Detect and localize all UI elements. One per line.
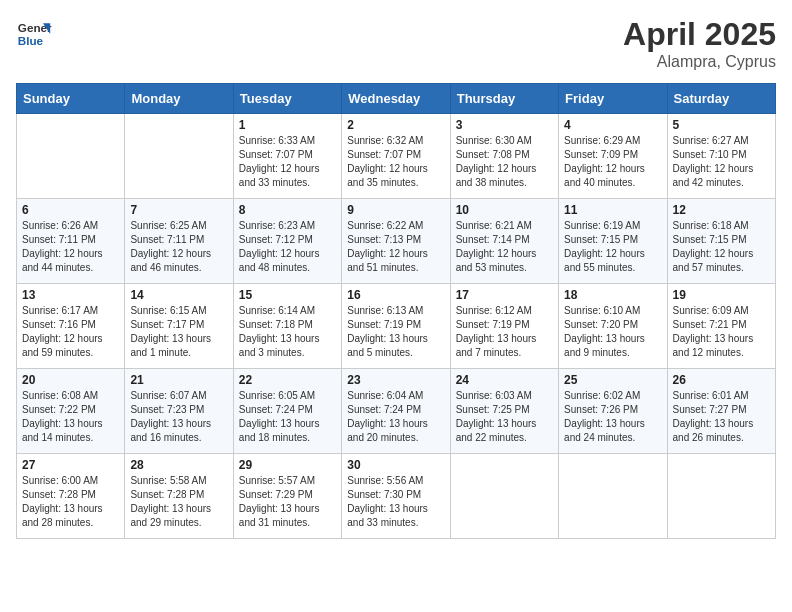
day-info: Sunrise: 6:08 AM Sunset: 7:22 PM Dayligh… [22,389,119,445]
day-number: 20 [22,373,119,387]
day-number: 29 [239,458,336,472]
day-header-wednesday: Wednesday [342,84,450,114]
day-number: 26 [673,373,770,387]
day-header-monday: Monday [125,84,233,114]
day-number: 19 [673,288,770,302]
day-header-saturday: Saturday [667,84,775,114]
calendar-cell: 24Sunrise: 6:03 AM Sunset: 7:25 PM Dayli… [450,369,558,454]
day-number: 16 [347,288,444,302]
day-info: Sunrise: 6:22 AM Sunset: 7:13 PM Dayligh… [347,219,444,275]
day-header-tuesday: Tuesday [233,84,341,114]
day-info: Sunrise: 6:07 AM Sunset: 7:23 PM Dayligh… [130,389,227,445]
day-info: Sunrise: 6:13 AM Sunset: 7:19 PM Dayligh… [347,304,444,360]
day-info: Sunrise: 6:19 AM Sunset: 7:15 PM Dayligh… [564,219,661,275]
day-info: Sunrise: 6:18 AM Sunset: 7:15 PM Dayligh… [673,219,770,275]
day-header-thursday: Thursday [450,84,558,114]
calendar-cell [559,454,667,539]
calendar-header-row: SundayMondayTuesdayWednesdayThursdayFrid… [17,84,776,114]
calendar-cell [125,114,233,199]
day-number: 10 [456,203,553,217]
calendar-table: SundayMondayTuesdayWednesdayThursdayFrid… [16,83,776,539]
calendar-cell: 9Sunrise: 6:22 AM Sunset: 7:13 PM Daylig… [342,199,450,284]
day-info: Sunrise: 5:56 AM Sunset: 7:30 PM Dayligh… [347,474,444,530]
day-info: Sunrise: 6:03 AM Sunset: 7:25 PM Dayligh… [456,389,553,445]
day-number: 23 [347,373,444,387]
calendar-cell: 22Sunrise: 6:05 AM Sunset: 7:24 PM Dayli… [233,369,341,454]
day-number: 24 [456,373,553,387]
page-header: General Blue April 2025 Alampra, Cyprus [16,16,776,71]
calendar-cell: 7Sunrise: 6:25 AM Sunset: 7:11 PM Daylig… [125,199,233,284]
calendar-cell: 25Sunrise: 6:02 AM Sunset: 7:26 PM Dayli… [559,369,667,454]
day-header-sunday: Sunday [17,84,125,114]
week-row-1: 1Sunrise: 6:33 AM Sunset: 7:07 PM Daylig… [17,114,776,199]
day-number: 5 [673,118,770,132]
calendar-cell: 6Sunrise: 6:26 AM Sunset: 7:11 PM Daylig… [17,199,125,284]
day-number: 6 [22,203,119,217]
day-info: Sunrise: 6:12 AM Sunset: 7:19 PM Dayligh… [456,304,553,360]
calendar-cell: 10Sunrise: 6:21 AM Sunset: 7:14 PM Dayli… [450,199,558,284]
day-info: Sunrise: 6:33 AM Sunset: 7:07 PM Dayligh… [239,134,336,190]
day-info: Sunrise: 6:05 AM Sunset: 7:24 PM Dayligh… [239,389,336,445]
calendar-cell: 5Sunrise: 6:27 AM Sunset: 7:10 PM Daylig… [667,114,775,199]
calendar-cell: 16Sunrise: 6:13 AM Sunset: 7:19 PM Dayli… [342,284,450,369]
day-number: 14 [130,288,227,302]
day-info: Sunrise: 6:25 AM Sunset: 7:11 PM Dayligh… [130,219,227,275]
title-block: April 2025 Alampra, Cyprus [623,16,776,71]
day-info: Sunrise: 6:27 AM Sunset: 7:10 PM Dayligh… [673,134,770,190]
day-info: Sunrise: 6:29 AM Sunset: 7:09 PM Dayligh… [564,134,661,190]
day-number: 8 [239,203,336,217]
day-number: 25 [564,373,661,387]
calendar-cell: 12Sunrise: 6:18 AM Sunset: 7:15 PM Dayli… [667,199,775,284]
day-number: 9 [347,203,444,217]
calendar-cell: 2Sunrise: 6:32 AM Sunset: 7:07 PM Daylig… [342,114,450,199]
calendar-cell: 3Sunrise: 6:30 AM Sunset: 7:08 PM Daylig… [450,114,558,199]
day-number: 4 [564,118,661,132]
day-number: 22 [239,373,336,387]
day-number: 30 [347,458,444,472]
week-row-4: 20Sunrise: 6:08 AM Sunset: 7:22 PM Dayli… [17,369,776,454]
day-info: Sunrise: 6:00 AM Sunset: 7:28 PM Dayligh… [22,474,119,530]
calendar-cell: 30Sunrise: 5:56 AM Sunset: 7:30 PM Dayli… [342,454,450,539]
calendar-cell: 1Sunrise: 6:33 AM Sunset: 7:07 PM Daylig… [233,114,341,199]
day-number: 3 [456,118,553,132]
day-number: 18 [564,288,661,302]
day-number: 17 [456,288,553,302]
month-year-title: April 2025 [623,16,776,53]
calendar-cell: 23Sunrise: 6:04 AM Sunset: 7:24 PM Dayli… [342,369,450,454]
day-info: Sunrise: 6:09 AM Sunset: 7:21 PM Dayligh… [673,304,770,360]
day-info: Sunrise: 6:30 AM Sunset: 7:08 PM Dayligh… [456,134,553,190]
calendar-cell [17,114,125,199]
calendar-cell: 4Sunrise: 6:29 AM Sunset: 7:09 PM Daylig… [559,114,667,199]
calendar-cell: 11Sunrise: 6:19 AM Sunset: 7:15 PM Dayli… [559,199,667,284]
calendar-cell: 18Sunrise: 6:10 AM Sunset: 7:20 PM Dayli… [559,284,667,369]
day-number: 21 [130,373,227,387]
day-info: Sunrise: 6:23 AM Sunset: 7:12 PM Dayligh… [239,219,336,275]
day-number: 11 [564,203,661,217]
day-info: Sunrise: 6:17 AM Sunset: 7:16 PM Dayligh… [22,304,119,360]
location-subtitle: Alampra, Cyprus [623,53,776,71]
day-number: 28 [130,458,227,472]
day-info: Sunrise: 6:21 AM Sunset: 7:14 PM Dayligh… [456,219,553,275]
day-info: Sunrise: 6:15 AM Sunset: 7:17 PM Dayligh… [130,304,227,360]
calendar-cell: 17Sunrise: 6:12 AM Sunset: 7:19 PM Dayli… [450,284,558,369]
calendar-cell [667,454,775,539]
day-info: Sunrise: 6:04 AM Sunset: 7:24 PM Dayligh… [347,389,444,445]
logo-icon: General Blue [16,16,52,52]
svg-text:Blue: Blue [18,34,44,47]
day-info: Sunrise: 6:02 AM Sunset: 7:26 PM Dayligh… [564,389,661,445]
day-info: Sunrise: 6:32 AM Sunset: 7:07 PM Dayligh… [347,134,444,190]
day-number: 15 [239,288,336,302]
day-number: 2 [347,118,444,132]
day-info: Sunrise: 5:58 AM Sunset: 7:28 PM Dayligh… [130,474,227,530]
calendar-cell: 28Sunrise: 5:58 AM Sunset: 7:28 PM Dayli… [125,454,233,539]
calendar-cell: 27Sunrise: 6:00 AM Sunset: 7:28 PM Dayli… [17,454,125,539]
logo: General Blue [16,16,56,52]
calendar-cell: 26Sunrise: 6:01 AM Sunset: 7:27 PM Dayli… [667,369,775,454]
day-info: Sunrise: 6:10 AM Sunset: 7:20 PM Dayligh… [564,304,661,360]
day-info: Sunrise: 6:26 AM Sunset: 7:11 PM Dayligh… [22,219,119,275]
calendar-cell: 19Sunrise: 6:09 AM Sunset: 7:21 PM Dayli… [667,284,775,369]
day-number: 27 [22,458,119,472]
day-number: 7 [130,203,227,217]
calendar-cell [450,454,558,539]
calendar-cell: 29Sunrise: 5:57 AM Sunset: 7:29 PM Dayli… [233,454,341,539]
